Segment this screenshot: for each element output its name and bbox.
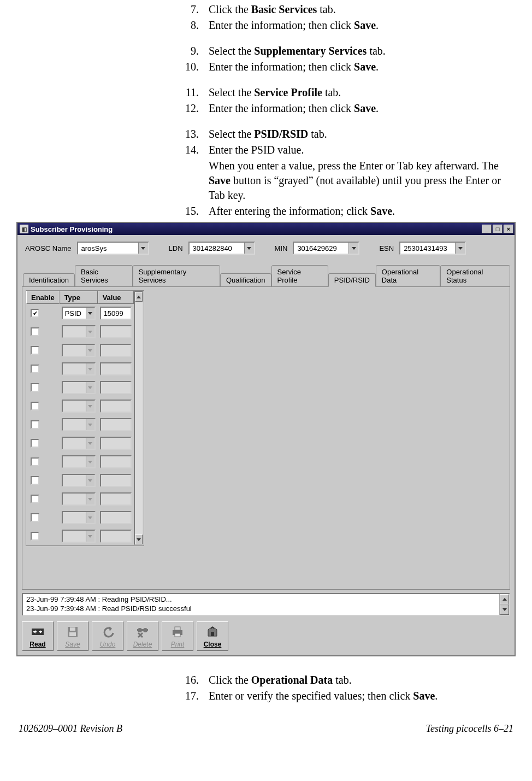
enable-checkbox[interactable] bbox=[31, 383, 39, 392]
tab-service-profile[interactable]: Service Profile bbox=[271, 265, 328, 287]
tab-psid-rsid[interactable]: PSID/RSID bbox=[328, 273, 376, 287]
chevron-down-icon[interactable] bbox=[86, 494, 94, 504]
enable-checkbox[interactable] bbox=[31, 439, 39, 448]
enable-checkbox[interactable] bbox=[31, 495, 39, 503]
type-combo[interactable] bbox=[62, 325, 96, 338]
enable-checkbox[interactable] bbox=[31, 457, 39, 466]
chevron-down-icon[interactable] bbox=[86, 345, 94, 356]
tab-identification[interactable]: Identification bbox=[23, 273, 75, 287]
ldn-input[interactable] bbox=[190, 243, 244, 254]
table-row bbox=[26, 415, 134, 434]
value-input[interactable] bbox=[100, 400, 132, 413]
type-combo[interactable] bbox=[62, 381, 96, 394]
type-combo[interactable] bbox=[62, 511, 96, 524]
type-combo[interactable]: PSID bbox=[62, 307, 96, 320]
scroll-up-button[interactable] bbox=[500, 594, 509, 604]
chevron-down-icon[interactable] bbox=[86, 326, 94, 337]
esn-combo[interactable] bbox=[399, 242, 466, 255]
chevron-down-icon[interactable] bbox=[86, 382, 94, 393]
enable-checkbox[interactable] bbox=[31, 346, 39, 355]
table-row bbox=[26, 508, 134, 527]
chevron-down-icon[interactable] bbox=[86, 363, 94, 374]
type-combo[interactable] bbox=[62, 418, 96, 431]
tab-operational-status[interactable]: Operational Status bbox=[440, 265, 510, 287]
tab-operational-data[interactable]: Operational Data bbox=[376, 265, 440, 287]
type-combo[interactable] bbox=[62, 400, 96, 413]
enable-checkbox[interactable] bbox=[31, 476, 39, 485]
arosc-name-input[interactable] bbox=[78, 243, 138, 254]
enable-checkbox[interactable] bbox=[31, 402, 39, 410]
min-combo[interactable] bbox=[293, 242, 359, 255]
chevron-down-icon[interactable] bbox=[244, 243, 254, 254]
value-input[interactable] bbox=[100, 344, 132, 357]
chevron-down-icon[interactable] bbox=[86, 419, 94, 430]
tab-basic-services[interactable]: Basic Services bbox=[75, 265, 133, 287]
value-input[interactable] bbox=[100, 455, 132, 468]
tab-supplementary-services[interactable]: Supplementary Services bbox=[133, 265, 220, 287]
grid-scrollbar[interactable] bbox=[134, 291, 144, 545]
close-button[interactable]: Close bbox=[197, 621, 228, 651]
footer-right: Testing picocells 6–21 bbox=[426, 723, 513, 735]
enable-checkbox[interactable] bbox=[31, 420, 39, 429]
button-label: Delete bbox=[133, 641, 152, 648]
value-input[interactable] bbox=[100, 530, 132, 543]
value-input[interactable] bbox=[100, 362, 132, 375]
chevron-down-icon[interactable] bbox=[138, 243, 148, 254]
svg-rect-2 bbox=[70, 627, 75, 631]
value-input[interactable]: 15099 bbox=[100, 307, 132, 320]
tab-qualification[interactable]: Qualification bbox=[220, 273, 271, 287]
value-input[interactable] bbox=[100, 437, 132, 450]
close-icon bbox=[203, 624, 222, 639]
read-button[interactable]: Read bbox=[22, 621, 54, 651]
min-input[interactable] bbox=[294, 243, 348, 254]
status-panel: 23-Jun-99 7:39:48 AM : Reading PSID/RSID… bbox=[22, 593, 510, 616]
type-combo[interactable] bbox=[62, 530, 96, 543]
chevron-down-icon[interactable] bbox=[86, 308, 94, 319]
maximize-button[interactable]: □ bbox=[493, 225, 503, 233]
value-input[interactable] bbox=[100, 492, 132, 506]
chevron-down-icon[interactable] bbox=[455, 243, 465, 254]
delete-button: Delete bbox=[127, 621, 158, 651]
scroll-down-button[interactable] bbox=[500, 604, 509, 615]
app-icon: ◧ bbox=[20, 225, 28, 233]
ldn-label: LDN bbox=[169, 244, 183, 252]
type-combo[interactable] bbox=[62, 492, 96, 506]
chevron-down-icon[interactable] bbox=[86, 401, 94, 412]
ldn-combo[interactable] bbox=[188, 242, 255, 255]
type-combo[interactable] bbox=[62, 455, 96, 468]
scroll-down-button[interactable] bbox=[135, 535, 143, 544]
close-window-button[interactable]: × bbox=[504, 225, 513, 233]
chevron-down-icon[interactable] bbox=[86, 531, 94, 542]
minimize-button[interactable]: _ bbox=[482, 225, 492, 233]
enable-checkbox[interactable] bbox=[31, 532, 39, 541]
enable-checkbox[interactable]: ✔ bbox=[31, 309, 39, 318]
type-combo[interactable] bbox=[62, 344, 96, 357]
esn-input[interactable] bbox=[400, 243, 455, 254]
type-combo[interactable] bbox=[62, 474, 96, 487]
status-scrollbar[interactable] bbox=[499, 594, 509, 615]
value-input[interactable] bbox=[100, 511, 132, 524]
chevron-down-icon[interactable] bbox=[348, 243, 358, 254]
arosc-name-combo[interactable] bbox=[77, 242, 149, 255]
chevron-down-icon[interactable] bbox=[86, 438, 94, 449]
enable-checkbox[interactable] bbox=[31, 327, 39, 336]
instruction-step: 9.Select the Supplementary Services tab. bbox=[180, 44, 516, 58]
button-label: Close bbox=[204, 641, 222, 648]
footer-left: 1026209–0001 Revision B bbox=[19, 723, 122, 735]
chevron-down-icon[interactable] bbox=[86, 475, 94, 486]
scroll-up-button[interactable] bbox=[135, 292, 143, 302]
value-input[interactable] bbox=[100, 418, 132, 431]
enable-checkbox[interactable] bbox=[31, 365, 39, 373]
chevron-down-icon[interactable] bbox=[86, 456, 94, 467]
title-bar: ◧ Subscriber Provisioning _ □ × bbox=[17, 223, 515, 235]
value-input[interactable] bbox=[100, 325, 132, 338]
chevron-down-icon[interactable] bbox=[86, 512, 94, 523]
type-combo[interactable] bbox=[62, 362, 96, 375]
instruction-step: 7.Click the Basic Services tab. bbox=[180, 2, 516, 17]
enable-checkbox[interactable] bbox=[31, 513, 39, 522]
type-combo[interactable] bbox=[62, 437, 96, 450]
min-label: MIN bbox=[275, 244, 288, 252]
value-input[interactable] bbox=[100, 381, 132, 394]
button-label: Read bbox=[29, 641, 45, 648]
value-input[interactable] bbox=[100, 474, 132, 487]
